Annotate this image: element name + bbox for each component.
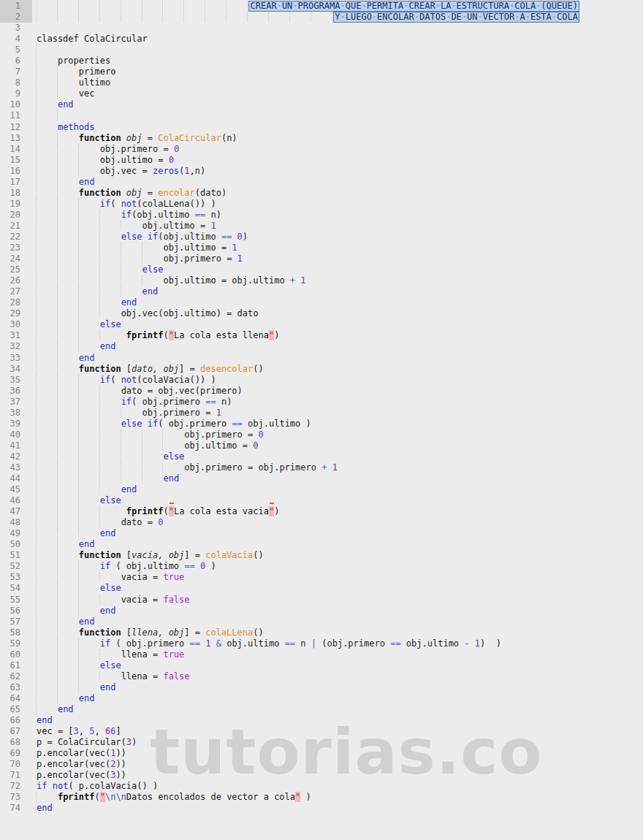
- line-number[interactable]: 14: [0, 144, 20, 155]
- line-number[interactable]: 36: [0, 386, 20, 397]
- line-number[interactable]: 16: [0, 166, 20, 177]
- line-number[interactable]: 39: [0, 419, 20, 429]
- code-line[interactable]: 10 end: [0, 99, 643, 110]
- code-line[interactable]: 42 else: [0, 451, 643, 462]
- code-line[interactable]: 64 end: [0, 693, 643, 704]
- code-line[interactable]: 31 fprintf("La cola esta llena"): [0, 330, 643, 341]
- code-line[interactable]: 60 llena = true: [0, 649, 643, 660]
- code-line[interactable]: 72if not( p.colaVacia() ): [0, 781, 643, 792]
- line-number[interactable]: 11: [0, 110, 20, 121]
- code-line[interactable]: 21 obj.ultimo = 1: [0, 221, 643, 232]
- code-line[interactable]: 63 end: [0, 682, 643, 693]
- code-line[interactable]: 24 obj.primero = 1: [0, 253, 643, 264]
- code-line[interactable]: 56 end: [0, 606, 643, 616]
- line-number[interactable]: 60: [0, 649, 20, 660]
- line-number[interactable]: 52: [0, 561, 20, 572]
- line-number[interactable]: 59: [0, 638, 20, 649]
- line-number[interactable]: 68: [0, 737, 20, 748]
- code-line[interactable]: 29 obj.vec(obj.ultimo) = dato: [0, 308, 643, 319]
- code-line[interactable]: 45 end: [0, 484, 643, 495]
- selected-comment-text[interactable]: CREAR·UN·PROGRAMA·QUE·PERMITA·CREAR·LA·E…: [248, 1, 579, 12]
- code-line[interactable]: 20 if(obj.ultimo == n): [0, 210, 643, 221]
- line-number[interactable]: 63: [0, 682, 20, 693]
- line-number[interactable]: 32: [0, 341, 20, 352]
- code-line[interactable]: 35 if( not(colaVacia()) ): [0, 375, 643, 386]
- code-line[interactable]: 53 vacia = true: [0, 572, 643, 583]
- code-line[interactable]: 57 end: [0, 616, 643, 627]
- code-line[interactable]: 27 end: [0, 286, 643, 297]
- line-number[interactable]: 54: [0, 583, 20, 594]
- code-line[interactable]: 3: [0, 23, 643, 34]
- line-number[interactable]: 10: [0, 99, 20, 110]
- line-number[interactable]: 70: [0, 759, 20, 770]
- code-line[interactable]: 61 else: [0, 660, 643, 671]
- code-line[interactable]: 51 function [vacia, obj] = colaVacia(): [0, 550, 643, 561]
- line-number[interactable]: 69: [0, 748, 20, 759]
- line-number[interactable]: 72: [0, 781, 20, 792]
- line-number[interactable]: 49: [0, 528, 20, 539]
- code-line[interactable]: 28 end: [0, 297, 643, 308]
- line-number[interactable]: 66: [0, 715, 20, 726]
- code-line[interactable]: 4classdef ColaCircular: [0, 34, 643, 45]
- code-line[interactable]: 43 obj.primero = obj.primero + 1: [0, 462, 643, 473]
- code-line[interactable]: 36 dato = obj.vec(primero): [0, 386, 643, 397]
- code-line[interactable]: 16 obj.vec = zeros(1,n): [0, 166, 643, 177]
- line-number[interactable]: 3: [0, 23, 20, 34]
- line-number[interactable]: 30: [0, 319, 20, 330]
- code-line[interactable]: 67vec = [3, 5, 66]: [0, 726, 643, 737]
- line-number[interactable]: 31: [0, 330, 20, 341]
- code-line[interactable]: 12 methods: [0, 122, 643, 133]
- line-number[interactable]: 55: [0, 595, 20, 606]
- line-number[interactable]: 43: [0, 462, 20, 473]
- line-number[interactable]: 57: [0, 616, 20, 627]
- line-number[interactable]: 20: [0, 210, 20, 221]
- code-line[interactable]: 47 fprintf("La cola esta vacia"): [0, 506, 643, 517]
- line-number[interactable]: 53: [0, 572, 20, 583]
- line-number[interactable]: 8: [0, 77, 20, 88]
- line-number[interactable]: 58: [0, 627, 20, 638]
- line-number[interactable]: 22: [0, 232, 20, 243]
- code-line[interactable]: 49 end: [0, 528, 643, 539]
- line-number[interactable]: 40: [0, 429, 20, 440]
- line-number[interactable]: 71: [0, 770, 20, 781]
- line-number[interactable]: 12: [0, 122, 20, 133]
- line-number[interactable]: 5: [0, 45, 20, 56]
- line-number[interactable]: 13: [0, 133, 20, 144]
- code-line[interactable]: 38 obj.primero = 1: [0, 408, 643, 419]
- line-number[interactable]: 24: [0, 253, 20, 264]
- line-number[interactable]: 62: [0, 671, 20, 682]
- line-number[interactable]: 51: [0, 550, 20, 561]
- code-line[interactable]: 1 CREAR·UN·PROGRAMA·QUE·PERMITA·CREAR·LA…: [0, 1, 643, 12]
- code-line[interactable]: 5: [0, 45, 643, 56]
- code-line[interactable]: 44 end: [0, 473, 643, 484]
- code-area[interactable]: 1 CREAR·UN·PROGRAMA·QUE·PERMITA·CREAR·LA…: [0, 0, 643, 814]
- line-number[interactable]: 23: [0, 243, 20, 253]
- code-line[interactable]: 19 if( not(colaLLena()) ): [0, 199, 643, 210]
- code-line[interactable]: 6 properties: [0, 56, 643, 66]
- code-line[interactable]: 23 obj.ultimo = 1: [0, 243, 643, 253]
- code-line[interactable]: 71p.encolar(vec(3)): [0, 770, 643, 781]
- line-number[interactable]: 2: [0, 12, 20, 23]
- line-number[interactable]: 28: [0, 297, 20, 308]
- line-number[interactable]: 46: [0, 495, 20, 506]
- code-line[interactable]: 17 end: [0, 177, 643, 188]
- line-number[interactable]: 67: [0, 726, 20, 737]
- code-line[interactable]: 39 else if( obj.primero == obj.ultimo ): [0, 419, 643, 429]
- code-line[interactable]: 13 function obj = ColaCircular(n): [0, 133, 643, 144]
- line-number[interactable]: 35: [0, 375, 20, 386]
- line-number[interactable]: 19: [0, 199, 20, 210]
- line-number[interactable]: 45: [0, 484, 20, 495]
- line-number[interactable]: 34: [0, 364, 20, 375]
- line-number[interactable]: 17: [0, 177, 20, 188]
- code-line[interactable]: 69p.encolar(vec(1)): [0, 748, 643, 759]
- code-line[interactable]: 41 obj.ultimo = 0: [0, 440, 643, 451]
- code-line[interactable]: 70p.encolar(vec(2)): [0, 759, 643, 770]
- line-number[interactable]: 44: [0, 473, 20, 484]
- line-number[interactable]: 29: [0, 308, 20, 319]
- code-line[interactable]: 9 vec: [0, 88, 643, 99]
- code-line[interactable]: 26 obj.ultimo = obj.ultimo + 1: [0, 275, 643, 286]
- line-number[interactable]: 47: [0, 506, 20, 517]
- code-line[interactable]: 55 vacia = false: [0, 595, 643, 606]
- line-number[interactable]: 15: [0, 155, 20, 166]
- code-line[interactable]: 48 dato = 0: [0, 517, 643, 528]
